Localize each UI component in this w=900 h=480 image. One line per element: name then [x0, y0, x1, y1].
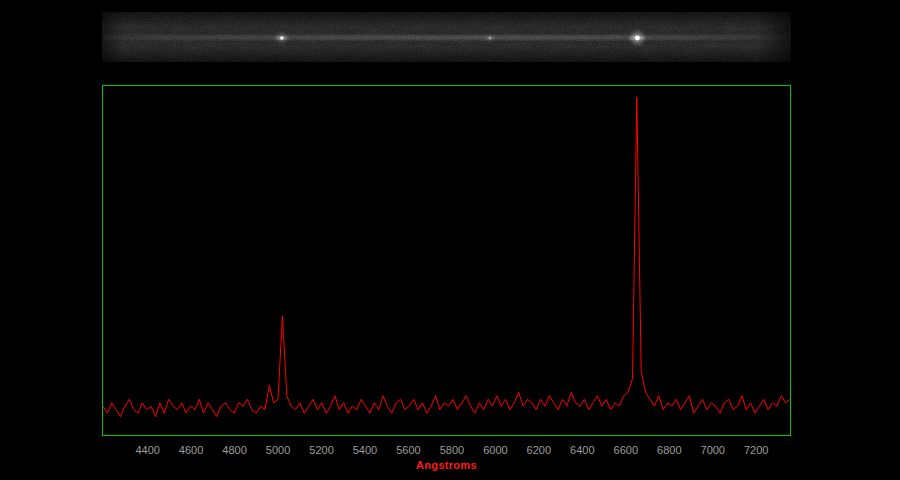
x-axis-tick-label: 4800	[222, 444, 246, 456]
spectrum-trace	[103, 97, 790, 416]
x-axis-tick-label: 7200	[744, 444, 768, 456]
x-axis-tick-label: 6000	[483, 444, 507, 456]
x-axis-tick-label: 5400	[353, 444, 377, 456]
x-axis-tick-label: 6200	[527, 444, 551, 456]
spectrum-2d-strip	[102, 12, 791, 62]
x-axis-tick-label: 5800	[440, 444, 464, 456]
x-axis-tick-label: 4600	[179, 444, 203, 456]
x-axis-tick-label: 7000	[701, 444, 725, 456]
x-axis-tick-label: 5600	[396, 444, 420, 456]
x-axis-tick-label: 5000	[266, 444, 290, 456]
x-axis-tick-label: 5200	[309, 444, 333, 456]
x-axis-tick-label: 6800	[657, 444, 681, 456]
x-axis-tick-label: 4400	[135, 444, 159, 456]
x-axis-tick-label: 6600	[614, 444, 638, 456]
plot-frame	[103, 86, 791, 436]
app-background: 4400460048005000520054005600580060006200…	[0, 0, 900, 480]
strip-vignette-horizontal	[102, 12, 791, 62]
spectrum-plot	[102, 85, 791, 436]
x-axis-tick-label: 6400	[570, 444, 594, 456]
x-axis-title: Angstroms	[102, 459, 791, 471]
